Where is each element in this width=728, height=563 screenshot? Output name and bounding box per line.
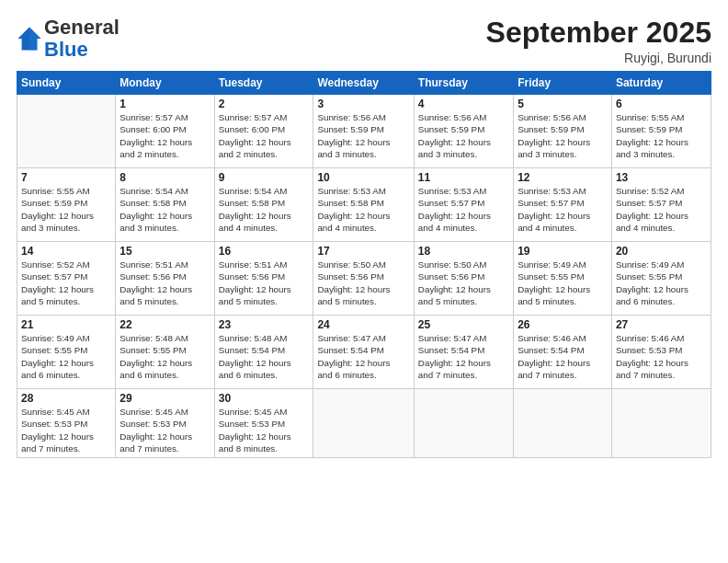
day-number: 15: [119, 245, 210, 258]
day-number: 6: [616, 98, 707, 110]
day-cell: 21Sunrise: 5:49 AM Sunset: 5:55 PM Dayli…: [17, 316, 116, 389]
day-number: 8: [119, 171, 210, 184]
day-number: 17: [317, 245, 409, 258]
day-info: Sunrise: 5:53 AM Sunset: 5:57 PM Dayligh…: [418, 185, 509, 234]
day-info: Sunrise: 5:45 AM Sunset: 5:53 PM Dayligh…: [21, 406, 111, 454]
week-row-3: 14Sunrise: 5:52 AM Sunset: 5:57 PM Dayli…: [17, 242, 711, 316]
week-row-2: 7Sunrise: 5:55 AM Sunset: 5:59 PM Daylig…: [17, 168, 711, 242]
day-number: 18: [418, 245, 509, 258]
col-header-tuesday: Tuesday: [214, 72, 313, 95]
day-cell: 6Sunrise: 5:55 AM Sunset: 5:59 PM Daylig…: [611, 95, 711, 168]
day-cell: 15Sunrise: 5:51 AM Sunset: 5:56 PM Dayli…: [116, 242, 214, 316]
logo-icon: [17, 26, 42, 52]
day-number: 20: [616, 245, 707, 258]
day-info: Sunrise: 5:53 AM Sunset: 5:58 PM Dayligh…: [317, 185, 409, 234]
day-cell: 22Sunrise: 5:48 AM Sunset: 5:55 PM Dayli…: [116, 316, 214, 389]
day-number: 9: [219, 171, 310, 184]
day-info: Sunrise: 5:51 AM Sunset: 5:56 PM Dayligh…: [219, 259, 310, 307]
day-cell: 2Sunrise: 5:57 AM Sunset: 6:00 PM Daylig…: [214, 95, 313, 168]
day-cell: 28Sunrise: 5:45 AM Sunset: 5:53 PM Dayli…: [17, 389, 116, 458]
day-cell: 1Sunrise: 5:57 AM Sunset: 6:00 PM Daylig…: [116, 95, 214, 168]
logo-line1: General: [44, 16, 119, 39]
day-cell: 7Sunrise: 5:55 AM Sunset: 5:59 PM Daylig…: [17, 168, 116, 242]
day-number: 26: [518, 318, 608, 331]
day-info: Sunrise: 5:55 AM Sunset: 5:59 PM Dayligh…: [21, 185, 111, 234]
day-cell: 30Sunrise: 5:45 AM Sunset: 5:53 PM Dayli…: [214, 389, 313, 458]
day-cell: 16Sunrise: 5:51 AM Sunset: 5:56 PM Dayli…: [214, 242, 313, 316]
col-header-friday: Friday: [514, 72, 612, 95]
day-info: Sunrise: 5:48 AM Sunset: 5:55 PM Dayligh…: [119, 332, 210, 381]
day-cell: 24Sunrise: 5:47 AM Sunset: 5:54 PM Dayli…: [313, 316, 414, 389]
day-info: Sunrise: 5:49 AM Sunset: 5:55 PM Dayligh…: [21, 332, 111, 381]
day-info: Sunrise: 5:54 AM Sunset: 5:58 PM Dayligh…: [119, 185, 210, 234]
day-number: 24: [317, 318, 409, 331]
day-cell: [611, 389, 711, 458]
day-cell: 11Sunrise: 5:53 AM Sunset: 5:57 PM Dayli…: [414, 168, 513, 242]
day-cell: 26Sunrise: 5:46 AM Sunset: 5:54 PM Dayli…: [514, 316, 612, 389]
day-number: 14: [21, 245, 111, 258]
day-cell: 18Sunrise: 5:50 AM Sunset: 5:56 PM Dayli…: [414, 242, 513, 316]
calendar-table: SundayMondayTuesdayWednesdayThursdayFrid…: [17, 71, 711, 458]
day-cell: 12Sunrise: 5:53 AM Sunset: 5:57 PM Dayli…: [514, 168, 612, 242]
day-cell: 27Sunrise: 5:46 AM Sunset: 5:53 PM Dayli…: [611, 316, 711, 389]
day-number: 22: [119, 318, 210, 331]
day-info: Sunrise: 5:56 AM Sunset: 5:59 PM Dayligh…: [518, 111, 608, 160]
day-number: 2: [219, 98, 310, 110]
col-header-thursday: Thursday: [414, 72, 513, 95]
col-header-wednesday: Wednesday: [313, 72, 414, 95]
day-number: 10: [317, 171, 409, 184]
week-row-1: 1Sunrise: 5:57 AM Sunset: 6:00 PM Daylig…: [17, 95, 711, 168]
day-info: Sunrise: 5:49 AM Sunset: 5:55 PM Dayligh…: [616, 259, 707, 307]
day-number: 4: [418, 98, 509, 110]
day-number: 1: [119, 98, 210, 110]
day-info: Sunrise: 5:52 AM Sunset: 5:57 PM Dayligh…: [616, 185, 707, 234]
day-number: 25: [418, 318, 509, 331]
week-row-5: 28Sunrise: 5:45 AM Sunset: 5:53 PM Dayli…: [17, 389, 711, 458]
day-info: Sunrise: 5:51 AM Sunset: 5:56 PM Dayligh…: [119, 259, 210, 307]
day-info: Sunrise: 5:47 AM Sunset: 5:54 PM Dayligh…: [418, 332, 509, 381]
day-info: Sunrise: 5:48 AM Sunset: 5:54 PM Dayligh…: [219, 332, 310, 381]
day-cell: 5Sunrise: 5:56 AM Sunset: 5:59 PM Daylig…: [514, 95, 612, 168]
day-number: 16: [219, 245, 310, 258]
week-row-4: 21Sunrise: 5:49 AM Sunset: 5:55 PM Dayli…: [17, 316, 711, 389]
day-number: 7: [21, 171, 111, 184]
day-info: Sunrise: 5:45 AM Sunset: 5:53 PM Dayligh…: [119, 406, 210, 454]
day-info: Sunrise: 5:50 AM Sunset: 5:56 PM Dayligh…: [418, 259, 509, 307]
day-cell: 10Sunrise: 5:53 AM Sunset: 5:58 PM Dayli…: [313, 168, 414, 242]
day-info: Sunrise: 5:56 AM Sunset: 5:59 PM Dayligh…: [317, 111, 409, 160]
day-info: Sunrise: 5:55 AM Sunset: 5:59 PM Dayligh…: [616, 111, 707, 160]
day-info: Sunrise: 5:56 AM Sunset: 5:59 PM Dayligh…: [418, 111, 509, 160]
day-number: 11: [418, 171, 509, 184]
page: General Blue September 2025 Ruyigi, Buru…: [0, 0, 728, 563]
month-title: September 2025: [486, 17, 711, 49]
day-cell: 9Sunrise: 5:54 AM Sunset: 5:58 PM Daylig…: [214, 168, 313, 242]
day-cell: 19Sunrise: 5:49 AM Sunset: 5:55 PM Dayli…: [514, 242, 612, 316]
day-info: Sunrise: 5:57 AM Sunset: 6:00 PM Dayligh…: [219, 111, 310, 160]
svg-marker-1: [29, 28, 41, 51]
day-number: 23: [219, 318, 310, 331]
day-cell: 4Sunrise: 5:56 AM Sunset: 5:59 PM Daylig…: [414, 95, 513, 168]
day-number: 5: [518, 98, 608, 110]
day-cell: [313, 389, 414, 458]
day-number: 13: [616, 171, 707, 184]
day-cell: [414, 389, 513, 458]
col-header-saturday: Saturday: [611, 72, 711, 95]
day-number: 27: [616, 318, 707, 331]
logo: General Blue: [17, 17, 119, 61]
header: General Blue September 2025 Ruyigi, Buru…: [17, 17, 711, 65]
day-cell: 13Sunrise: 5:52 AM Sunset: 5:57 PM Dayli…: [611, 168, 711, 242]
day-cell: 17Sunrise: 5:50 AM Sunset: 5:56 PM Dayli…: [313, 242, 414, 316]
day-info: Sunrise: 5:46 AM Sunset: 5:53 PM Dayligh…: [616, 332, 707, 381]
day-cell: [17, 95, 116, 168]
day-info: Sunrise: 5:53 AM Sunset: 5:57 PM Dayligh…: [518, 185, 608, 234]
day-cell: 29Sunrise: 5:45 AM Sunset: 5:53 PM Dayli…: [116, 389, 214, 458]
day-info: Sunrise: 5:45 AM Sunset: 5:53 PM Dayligh…: [219, 406, 310, 454]
day-cell: 23Sunrise: 5:48 AM Sunset: 5:54 PM Dayli…: [214, 316, 313, 389]
day-number: 3: [317, 98, 409, 110]
day-number: 19: [518, 245, 608, 258]
col-header-sunday: Sunday: [17, 72, 116, 95]
day-cell: 14Sunrise: 5:52 AM Sunset: 5:57 PM Dayli…: [17, 242, 116, 316]
day-number: 12: [518, 171, 608, 184]
day-number: 21: [21, 318, 111, 331]
day-number: 30: [219, 392, 310, 405]
